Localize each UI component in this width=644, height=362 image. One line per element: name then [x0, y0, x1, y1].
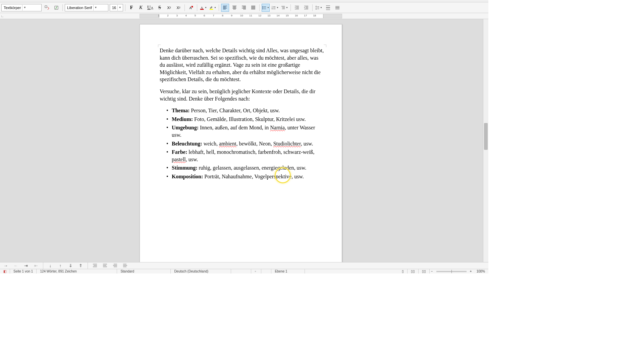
- separator: [43, 262, 43, 269]
- strikethrough-button[interactable]: S: [156, 4, 164, 12]
- ruler-tick: 6: [204, 14, 205, 17]
- font-name-combo[interactable]: Liberation Serif ▼: [65, 4, 108, 11]
- highlight-color-button[interactable]: ▼: [209, 4, 217, 12]
- chevron-down-icon: ▼: [93, 5, 98, 11]
- text: Person, Tier, Charakter, Ort, Objekt, us…: [190, 108, 280, 113]
- font-color-button[interactable]: A▼: [199, 4, 207, 12]
- demote-sub-icon[interactable]: [121, 263, 129, 269]
- back-link-icon[interactable]: ←: [12, 263, 19, 269]
- ruler-tick: 17: [304, 14, 307, 17]
- bullet-list-button[interactable]: ▼: [262, 4, 270, 12]
- view-multi-page-icon[interactable]: ▯▯: [408, 269, 419, 274]
- zoom-percent[interactable]: 100%: [473, 269, 488, 274]
- text: , bewölkt, Neon,: [236, 141, 273, 146]
- view-book-icon[interactable]: ▯▯: [419, 269, 430, 274]
- up-arrow-icon[interactable]: ↑: [57, 263, 64, 269]
- forward-link-icon[interactable]: →: [2, 263, 9, 269]
- demote-icon[interactable]: [101, 263, 109, 269]
- spellcheck-word: Studiolichter: [273, 141, 301, 146]
- vertical-scrollbar[interactable]: [483, 19, 488, 262]
- status-selection-mode[interactable]: ▫: [251, 269, 261, 274]
- svg-rect-3: [210, 9, 213, 10]
- bold-button[interactable]: F: [127, 4, 136, 12]
- status-save-icon[interactable]: ◧: [0, 269, 10, 274]
- status-layer[interactable]: Ebene 1: [271, 269, 305, 274]
- paragraph-style-combo[interactable]: Textkörper ▼: [1, 4, 42, 11]
- decrease-para-spacing-button[interactable]: [333, 4, 341, 12]
- separator: [184, 4, 185, 11]
- spellcheck-word: pastell: [172, 157, 186, 162]
- paragraph[interactable]: Denke darüber nach, welche Details wicht…: [160, 47, 324, 83]
- status-insert-mode[interactable]: [231, 269, 251, 274]
- separator: [197, 4, 197, 11]
- italic-button[interactable]: K: [137, 4, 145, 12]
- separator: [88, 262, 88, 269]
- top-toolbar-stub: [0, 0, 488, 2]
- page[interactable]: Denke darüber nach, welche Details wicht…: [140, 24, 342, 262]
- align-center-button[interactable]: [230, 4, 238, 12]
- increase-para-spacing-button[interactable]: [324, 4, 332, 12]
- separator: [125, 4, 125, 11]
- back-icon[interactable]: ⇤: [32, 263, 40, 269]
- ruler-tick: 15: [286, 14, 289, 17]
- down-double-icon[interactable]: ⇓: [67, 263, 74, 269]
- forward-icon[interactable]: ⇥: [22, 263, 30, 269]
- status-page-style[interactable]: Standard: [117, 269, 171, 274]
- ruler-tick: 5: [195, 14, 196, 17]
- promote-sub-icon[interactable]: [111, 263, 119, 269]
- list-item[interactable]: Komposition: Porträt, Nahaufnahme, Vogel…: [172, 173, 324, 180]
- font-size-value: 16: [112, 6, 116, 10]
- line-spacing-button[interactable]: ▼: [315, 4, 323, 12]
- up-double-icon[interactable]: ⇑: [77, 263, 84, 269]
- outline-button[interactable]: ▼: [280, 4, 288, 12]
- status-language[interactable]: Deutsch (Deutschland): [171, 269, 231, 274]
- zoom-out-button[interactable]: −: [430, 269, 434, 273]
- align-justify-button[interactable]: [249, 4, 257, 12]
- ruler-tick: 7: [213, 14, 214, 17]
- spellcheck-word: ambient: [219, 141, 236, 146]
- page-content[interactable]: Denke darüber nach, welche Details wicht…: [160, 47, 324, 182]
- ruler-tick: 10: [240, 14, 243, 17]
- view-single-page-icon[interactable]: ▯: [398, 269, 408, 274]
- ruler-tick: 12: [258, 14, 261, 17]
- bullet-list[interactable]: Thema: Person, Tier, Charakter, Ort, Obj…: [160, 107, 324, 180]
- numbered-list-button[interactable]: 123▼: [271, 4, 279, 12]
- spellcheck-word: Narnia: [270, 125, 285, 130]
- text: Porträt, Nahaufnahme, Vogelperspektive, …: [203, 174, 304, 179]
- text: lebhaft, hell, monochromatisch, farbenfr…: [187, 149, 314, 155]
- separator: [259, 4, 260, 11]
- list-item[interactable]: Thema: Person, Tier, Charakter, Ort, Obj…: [172, 107, 324, 114]
- increase-indent-button[interactable]: [293, 4, 301, 12]
- list-item[interactable]: Beleuchtung: weich, ambient, bewölkt, Ne…: [172, 140, 324, 147]
- align-left-button[interactable]: [221, 4, 229, 12]
- subscript-button[interactable]: X2: [174, 4, 182, 12]
- label: Medium:: [172, 116, 193, 122]
- separator: [219, 4, 219, 11]
- scrollbar-thumb[interactable]: [484, 123, 488, 150]
- promote-icon[interactable]: [91, 263, 99, 269]
- zoom-in-button[interactable]: +: [469, 269, 473, 273]
- decrease-indent-button[interactable]: [302, 4, 310, 12]
- status-word-count[interactable]: 124 Wörter, 891 Zeichen: [37, 269, 117, 274]
- paragraph[interactable]: Versuche, klar zu sein, bezüglich jeglic…: [160, 88, 324, 102]
- list-item[interactable]: Medium: Foto, Gemälde, Illustration, Sku…: [172, 116, 324, 123]
- list-item[interactable]: Farbe: lebhaft, hell, monochromatisch, f…: [172, 148, 324, 163]
- horizontal-ruler[interactable]: 123456789101112131415161718: [5, 13, 488, 19]
- separator: [290, 4, 291, 11]
- superscript-button[interactable]: X2: [165, 4, 173, 12]
- update-style-button[interactable]: [43, 4, 51, 12]
- separator: [62, 4, 63, 11]
- clear-formatting-button[interactable]: A: [187, 4, 195, 12]
- align-right-button[interactable]: [240, 4, 248, 12]
- list-item[interactable]: Umgebung: Innen, außen, auf dem Mond, in…: [172, 124, 324, 138]
- underline-button[interactable]: U▼: [146, 4, 154, 12]
- font-size-combo[interactable]: 16 ▼: [110, 4, 123, 11]
- zoom-slider[interactable]: [436, 271, 467, 272]
- svg-text:A: A: [201, 6, 203, 9]
- list-item[interactable]: Stimmung: ruhig, gelassen, ausgelassen, …: [172, 164, 324, 172]
- new-style-button[interactable]: [52, 4, 60, 12]
- text: Foto, Gemälde, Illustration, Skulptur, K…: [193, 116, 306, 122]
- down-arrow-icon[interactable]: ↓: [47, 263, 54, 269]
- status-signature[interactable]: [261, 269, 271, 274]
- status-page[interactable]: Seite 1 von 1: [10, 269, 37, 274]
